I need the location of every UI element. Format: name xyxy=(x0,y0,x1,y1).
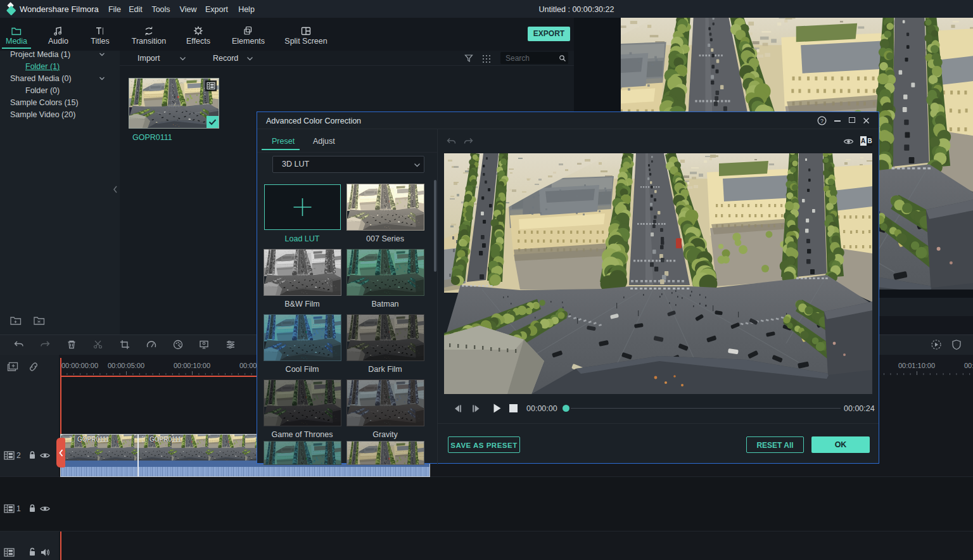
svg-text:?: ? xyxy=(820,118,824,124)
